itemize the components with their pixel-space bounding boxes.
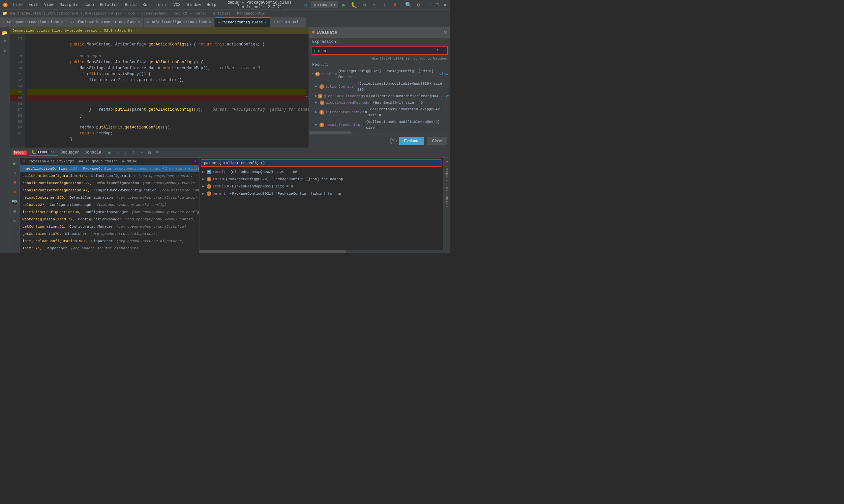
tree-link-grc[interactable]: View	[446, 93, 450, 99]
structure-icon[interactable]: ≡	[1, 38, 9, 46]
expr-tree-item-parent[interactable]: ▶ i parent = {PackageConfig@8021} "Packa…	[200, 190, 443, 197]
tab-default-configuration[interactable]: C DefaultConfiguration.class ✕	[144, 17, 214, 27]
menu-view[interactable]: View	[41, 2, 56, 8]
expr-tree-item-result[interactable]: ▶ = result = {LinkedHashMap@8062} size =…	[200, 168, 443, 176]
settings-debug-icon[interactable]: ⚙	[11, 207, 19, 215]
remote-config[interactable]: 🖥 remote ▾	[311, 1, 338, 8]
debugger-tab[interactable]: Debugger	[58, 149, 82, 156]
menu-bar[interactable]: File Edit View Navigate Code Refactor Bu…	[11, 2, 219, 8]
settings-btn[interactable]: ⚙	[414, 0, 423, 10]
coverage-btn[interactable]: ⊕	[360, 0, 369, 10]
tab-close-2[interactable]: ✕	[209, 20, 211, 24]
rs-structure[interactable]: Structure	[445, 187, 449, 206]
frames-panel[interactable]: ⊙ "Catalina-utility-1"@2,594 in group "m…	[20, 158, 200, 253]
frame-item-7[interactable]: wasConfigInitialised:72, ConfigurationMa…	[20, 216, 199, 223]
eval-scrollbar[interactable]	[309, 131, 450, 134]
project-view-icon[interactable]: 📂	[1, 29, 9, 37]
tab-close-4[interactable]: ✕	[300, 20, 302, 24]
frame-item-2[interactable]: rebuildRuntimeConfiguration:227, Default…	[20, 180, 199, 187]
layout-icon[interactable]: ⊞	[11, 217, 19, 224]
frame-item-1[interactable]: buildRuntimeConfiguration:414, DefaultCo…	[20, 172, 199, 180]
dbg-run-cursor-btn[interactable]: →	[138, 149, 145, 156]
frame-item-4[interactable]: reloadContainer:296, DefaultConfiguratio…	[20, 194, 199, 201]
evaluate-close-button[interactable]: Close	[427, 137, 447, 145]
dbg-frames-btn[interactable]: ⊟	[146, 149, 153, 156]
dbg-resume-btn[interactable]: ▶	[106, 149, 113, 156]
frame-item-5[interactable]: reload:227, ConfigurationManager (com.op…	[20, 201, 199, 209]
expr-scrollbar[interactable]	[200, 250, 443, 253]
menu-code[interactable]: Code	[82, 2, 97, 8]
expr-toggle-parent[interactable]: ▶	[202, 191, 207, 197]
tree-item-resultTypeConfigs[interactable]: ▶ i resultTypeConfigs = {Collections$Unm…	[314, 119, 449, 131]
tree-toggle-rtc[interactable]: ▶	[315, 122, 319, 128]
step-into-btn[interactable]: ↓	[380, 0, 389, 10]
result-tree[interactable]: ▾ ∞∞ result = {PackageConfig@8021} "Pack…	[309, 68, 450, 131]
menu-tools[interactable]: Tools	[153, 2, 170, 8]
dbg-more-btn[interactable]: ≡	[154, 149, 160, 156]
thread-selector[interactable]: ⊙ "Catalina-utility-1"@2,594 in group "m…	[20, 158, 199, 165]
back-btn[interactable]: ◁	[300, 0, 310, 10]
frame-item-9[interactable]: getContainer:1079, Dispatcher (org.apach…	[20, 230, 199, 237]
expr-toggle-result[interactable]: ▶	[202, 169, 207, 175]
menu-help[interactable]: Help	[204, 2, 219, 8]
rs-bookmarks[interactable]: Bookmarks	[445, 161, 449, 181]
menu-build[interactable]: Build	[122, 2, 139, 8]
favorites-icon[interactable]: ★	[1, 47, 9, 54]
dbg-step-over-btn[interactable]: ↷	[115, 149, 121, 156]
tab-close-3[interactable]: ✕	[264, 20, 266, 24]
menu-run[interactable]: Run	[140, 2, 152, 8]
frame-item-11[interactable]: init:571, Dispatcher (org.apache.struts2…	[20, 245, 199, 252]
tree-link-result[interactable]: View	[440, 71, 448, 77]
tab-struts-xml[interactable]: X struts.xml ✕	[270, 17, 306, 27]
search-everywhere-btn[interactable]: 🔍	[404, 0, 413, 10]
maximize-btn[interactable]: □	[434, 2, 440, 7]
window-controls[interactable]: ─ □ ✕	[427, 2, 448, 7]
menu-edit[interactable]: Edit	[26, 2, 41, 8]
tab-close-0[interactable]: ✕	[61, 20, 63, 24]
tree-toggle-grc[interactable]: ▶	[315, 93, 317, 99]
expression-box[interactable]: parent.getAllActionConfigs()	[201, 159, 442, 167]
tree-item-actionConfigs[interactable]: ▶ i actionConfigs = {Collections$Unmodif…	[314, 80, 449, 93]
menu-refactor[interactable]: Refactor	[97, 2, 122, 8]
resume-icon[interactable]: ▶	[11, 159, 19, 167]
run-btn[interactable]: ▶	[339, 0, 348, 10]
frame-item-10[interactable]: init_PreloadConfiguration:537, Dispatche…	[20, 237, 199, 245]
dbg-step-into-btn[interactable]: ↓	[122, 149, 129, 156]
minimize-btn[interactable]: ─	[427, 2, 432, 7]
frame-item-6[interactable]: initialiseConfiguration:84, Configuratio…	[20, 209, 199, 216]
debug-session[interactable]: 🐛 remote ✕	[29, 149, 58, 156]
close-btn[interactable]: ✕	[443, 2, 448, 7]
console-tab[interactable]: Console	[82, 149, 104, 156]
expr-tree-item-retMap[interactable]: ▶ i retMap = {LinkedHashMap@8051} size =…	[200, 183, 443, 190]
menu-file[interactable]: File	[11, 2, 25, 8]
evaluate-button[interactable]: Evaluate	[399, 137, 425, 145]
dropdown-icon[interactable]: ▾	[436, 48, 439, 52]
menu-vcs[interactable]: VCS	[171, 2, 183, 8]
debug-session-close[interactable]: ✕	[53, 150, 55, 154]
tab-close-1[interactable]: ✕	[138, 20, 140, 24]
evaluate-close-btn[interactable]: ✕	[444, 29, 447, 36]
expand-icon[interactable]: ⤢	[443, 48, 446, 52]
expression-input[interactable]	[312, 47, 448, 55]
tree-toggle-0[interactable]: ▾	[311, 71, 314, 77]
tab-setup-restore[interactable]: C SetupRestoreAction.class ✕	[0, 17, 66, 27]
code-content[interactable]: public Map<String, ActionConfig> getActi…	[25, 34, 309, 148]
tree-toggle-ic[interactable]: ▶	[315, 109, 319, 115]
tree-toggle-ac[interactable]: ▶	[315, 84, 319, 90]
dbg-step-out-btn[interactable]: ↑	[130, 149, 137, 156]
frame-item-3[interactable]: rebuildRuntimeConfiguration:42, PluginAw…	[20, 187, 199, 194]
help-icon[interactable]: ?	[390, 138, 397, 144]
thread-dropdown[interactable]: ▾	[194, 159, 196, 164]
tabs-more-btn[interactable]: ⋮	[444, 20, 450, 27]
menu-window[interactable]: Window	[184, 2, 203, 8]
stop-btn[interactable]: ■	[390, 0, 400, 10]
expr-tree-item-this[interactable]: ▶ i this = {PackageConfig@8029} "Package…	[200, 176, 443, 183]
mute-icon[interactable]: ●	[11, 188, 19, 196]
step-icon[interactable]: ↷	[11, 169, 19, 177]
tree-item-globalAllowedMethods[interactable]: ▶ i globalAllowedMethods = {HashSet@8041…	[314, 100, 449, 106]
expression-panel[interactable]: parent.getAllActionConfigs() ▶ = result …	[200, 158, 443, 253]
expr-toggle-retMap[interactable]: ▶	[202, 183, 207, 190]
menu-navigate[interactable]: Navigate	[57, 2, 81, 8]
step-over-btn[interactable]: ↷	[370, 0, 379, 10]
tree-item-interceptorConfigs[interactable]: ▶ i interceptorConfigs = {Collections$Un…	[314, 106, 449, 119]
